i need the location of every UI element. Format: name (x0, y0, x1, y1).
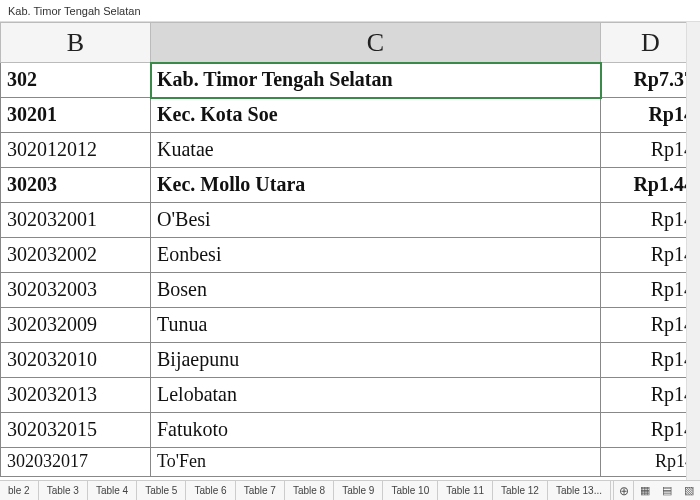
sheet-tab[interactable]: Table 8 (285, 481, 334, 500)
sheet-tab[interactable]: Table 12 (493, 481, 548, 500)
col-header-b[interactable]: B (1, 23, 151, 63)
table-row: 302032003BosenRp14 (1, 273, 701, 308)
bottom-bar: ble 2Table 3Table 4Table 5Table 6Table 7… (0, 480, 700, 500)
cell-b[interactable]: 302032015 (1, 413, 151, 448)
cell-b[interactable]: 302012012 (1, 133, 151, 168)
view-normal-icon[interactable]: ▦ (634, 481, 656, 500)
sheet-tab[interactable]: Table 13 (548, 481, 611, 500)
cell-b[interactable]: 302032013 (1, 378, 151, 413)
sheet-tab[interactable]: Table 9 (334, 481, 383, 500)
sheet-tab[interactable]: Table 6 (186, 481, 235, 500)
column-headers: B C D (1, 23, 701, 63)
cell-c[interactable]: To'Fen (151, 448, 601, 477)
cell-c[interactable]: Bosen (151, 273, 601, 308)
col-header-c[interactable]: C (151, 23, 601, 63)
cells-table: B C D 302Kab. Timor Tengah SelatanRp7.37… (0, 22, 700, 477)
cell-b[interactable]: 302032009 (1, 308, 151, 343)
table-row: 302032001O'BesiRp14 (1, 203, 701, 238)
cell-b[interactable]: 302032010 (1, 343, 151, 378)
sheet-tab[interactable]: Table 5 (137, 481, 186, 500)
sheet-tab[interactable]: Table 7 (236, 481, 285, 500)
cell-b[interactable]: 302032002 (1, 238, 151, 273)
sheet-tab[interactable]: Table 10 (383, 481, 438, 500)
sheet-tab[interactable]: Table 11 (438, 481, 493, 500)
table-row: 302032010BijaepunuRp14 (1, 343, 701, 378)
add-sheet-button[interactable]: ⊕ (613, 481, 633, 500)
cell-c[interactable]: Kec. Mollo Utara (151, 168, 601, 203)
cell-c[interactable]: Kec. Kota Soe (151, 98, 601, 133)
document-title: Kab. Timor Tengah Selatan (8, 5, 141, 17)
table-row: 30201Kec. Kota SoeRp14 (1, 98, 701, 133)
table-row: 302012012KuataeRp14 (1, 133, 701, 168)
vertical-scrollbar[interactable] (686, 22, 700, 480)
table-row: 302032002EonbesiRp14 (1, 238, 701, 273)
table-row: 302032013LelobatanRp14 (1, 378, 701, 413)
table-row: 302032017To'FenRp14 (1, 448, 701, 477)
cell-b[interactable]: 302032003 (1, 273, 151, 308)
cell-c[interactable]: Eonbesi (151, 238, 601, 273)
plus-icon: ⊕ (619, 484, 629, 498)
table-row: 302032015FatukotoRp14 (1, 413, 701, 448)
sheet-tab[interactable]: Table 4 (88, 481, 137, 500)
cell-c[interactable]: Bijaepunu (151, 343, 601, 378)
sheet-tabs: ble 2Table 3Table 4Table 5Table 6Table 7… (0, 481, 613, 500)
spreadsheet-grid[interactable]: B C D 302Kab. Timor Tengah SelatanRp7.37… (0, 22, 700, 480)
cell-c[interactable]: Kab. Timor Tengah Selatan (151, 63, 601, 98)
view-buttons: ▦ ▤ ▧ (633, 481, 700, 500)
sheet-tab[interactable]: Table 3 (39, 481, 88, 500)
table-row: 302Kab. Timor Tengah SelatanRp7.37 (1, 63, 701, 98)
cell-c[interactable]: Kuatae (151, 133, 601, 168)
sheet-tab[interactable]: ble 2 (0, 481, 39, 500)
table-row: 302032009TunuaRp14 (1, 308, 701, 343)
cell-b[interactable]: 302032017 (1, 448, 151, 477)
cell-c[interactable]: Fatukoto (151, 413, 601, 448)
view-layout-icon[interactable]: ▧ (678, 481, 700, 500)
cell-b[interactable]: 302032001 (1, 203, 151, 238)
view-pagebreak-icon[interactable]: ▤ (656, 481, 678, 500)
cell-c[interactable]: Lelobatan (151, 378, 601, 413)
title-bar: Kab. Timor Tengah Selatan (0, 0, 700, 22)
table-row: 30203Kec. Mollo UtaraRp1.44 (1, 168, 701, 203)
cell-b[interactable]: 302 (1, 63, 151, 98)
cell-b[interactable]: 30201 (1, 98, 151, 133)
cell-c[interactable]: O'Besi (151, 203, 601, 238)
cell-c[interactable]: Tunua (151, 308, 601, 343)
cell-b[interactable]: 30203 (1, 168, 151, 203)
